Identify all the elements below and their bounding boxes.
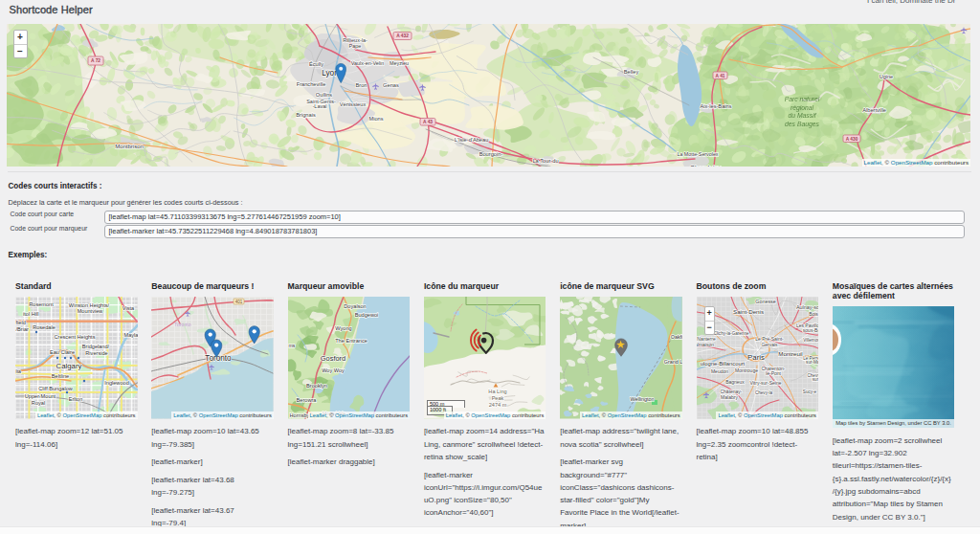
svg-text:Oakfi: Oakfi [671, 334, 682, 340]
svg-text:Meyzieu: Meyzieu [390, 60, 409, 66]
svg-text:Saint-Denis: Saint-Denis [733, 308, 764, 315]
svg-text:Sucy-e: Sucy-e [802, 389, 816, 394]
svg-text:des Bauges: des Bauges [785, 121, 820, 128]
svg-text:Bourgoin-: Bourgoin- [479, 151, 503, 157]
svg-text:Ugine: Ugine [880, 74, 893, 79]
svg-text:Bagneux: Bagneux [725, 379, 745, 385]
svg-text:Écully: Écully [309, 61, 323, 67]
svg-text:Calgary: Calgary [56, 362, 82, 370]
svg-text:Oullins: Oullins [316, 92, 333, 98]
svg-text:Montreuil: Montreuil [778, 350, 802, 357]
svg-text:Montbrison: Montbrison [115, 144, 144, 149]
svg-text:Bois: Bois [809, 311, 818, 317]
svg-text:Bron: Bron [355, 82, 367, 88]
svg-text:le-Pont: le-Pont [766, 370, 781, 376]
svg-text:Vénissieux: Vénissieux [340, 101, 367, 107]
svg-text:Beltline: Beltline [52, 373, 69, 379]
svg-text:Gonesse: Gonesse [755, 299, 776, 304]
svg-text:Clichy-la-Garenne: Clichy-la-Garenne [713, 331, 748, 336]
svg-text:Erlton: Erlton [69, 396, 83, 402]
svg-text:Francheville: Francheville [297, 81, 326, 87]
svg-text:régional: régional [791, 104, 814, 112]
svg-text:Wyong: Wyong [335, 325, 351, 331]
svg-text:Paris: Paris [747, 353, 765, 362]
svg-text:ms: ms [288, 343, 295, 348]
svg-text:The Entrance: The Entrance [335, 338, 368, 344]
svg-text:Belley: Belley [624, 69, 639, 75]
svg-text:Rosedale: Rosedale [33, 324, 56, 330]
svg-text:lta: lta [16, 368, 22, 374]
svg-text:Woy Woy: Woy Woy [322, 367, 345, 373]
svg-text:401: 401 [235, 300, 243, 304]
svg-text:sous-Bo: sous-Bo [802, 327, 818, 333]
svg-text:Aix-les-Bains: Aix-les-Bains [700, 103, 731, 109]
svg-text:Mayla: Mayla [124, 332, 138, 338]
svg-text:Budgewoi: Budgewoi [354, 312, 378, 318]
svg-text:sur-Mar: sur-Mar [806, 360, 818, 365]
svg-text:A 72: A 72 [91, 58, 100, 63]
svg-text:A 432: A 432 [396, 33, 409, 38]
svg-text:Peak: Peak [492, 395, 504, 401]
svg-text:Aulnay-so: Aulnay-so [796, 304, 818, 310]
svg-text:Chevy-la: Chevy-la [754, 390, 772, 395]
svg-text:Vista: Vista [122, 305, 135, 311]
svg-text:Genas: Genas [383, 82, 399, 88]
svg-text:Berowra: Berowra [296, 397, 317, 403]
svg-text:Mountview: Mountview [78, 308, 104, 314]
svg-text:Cliff Bungalow: Cliff Bungalow [38, 386, 74, 391]
svg-text:Brignais: Brignais [296, 112, 316, 118]
svg-text:Crescent Heights: Crescent Heights [55, 334, 96, 340]
svg-text:Hornsby: Hornsby [289, 412, 309, 418]
svg-text:Inglewood: Inglewood [104, 380, 129, 386]
svg-text:L'Isle-d'Abeau: L'Isle-d'Abeau [455, 137, 489, 143]
svg-text:Toronto: Toronto [206, 354, 233, 363]
svg-text:Gervais: Gervais [761, 342, 778, 347]
svg-text:/Briar: /Briar [16, 326, 30, 332]
svg-text:Wellington: Wellington [631, 396, 655, 402]
svg-text:Mions: Mions [368, 116, 383, 122]
svg-text:Pape: Pape [349, 43, 362, 49]
svg-text:A 430: A 430 [846, 137, 858, 142]
svg-text:almaison: almaison [697, 342, 714, 347]
svg-text:La Tour-du: La Tour-du [532, 158, 558, 164]
svg-text:2474 m: 2474 m [489, 402, 507, 408]
svg-text:Bridgeland/: Bridgeland/ [82, 344, 110, 349]
svg-text:ulogne-Billancourt: ulogne-Billancourt [700, 361, 745, 367]
svg-text:Albertville: Albertville [862, 107, 886, 113]
svg-text:Rosemont: Rosemont [29, 301, 54, 307]
svg-text:sur: sur [812, 377, 818, 382]
svg-text:itol Hill: itol Hill [23, 311, 38, 317]
svg-text:A 43: A 43 [423, 120, 433, 124]
svg-text:Grand La: Grand La [664, 359, 682, 365]
svg-text:Toronto: Toronto [175, 322, 191, 327]
svg-text:Meudon: Meudon [710, 368, 727, 374]
svg-text:Ha Ling: Ha Ling [488, 389, 506, 394]
svg-text:-Laval: -Laval [313, 103, 327, 109]
svg-text:Villemon: Villemon [803, 338, 818, 343]
svg-text:Gosford: Gosford [320, 354, 345, 363]
svg-text:Eau Claire: Eau Claire [50, 349, 75, 355]
svg-text:Vaulx-en-Velin: Vaulx-en-Velin [351, 60, 384, 66]
svg-text:Vitry-sur-Seine: Vitry-sur-Seine [749, 380, 781, 386]
svg-text:Chambéry: Chambéry [690, 165, 722, 167]
svg-text:Doyalson: Doyalson [344, 303, 366, 309]
svg-text:La Motte-Servolex: La Motte-Servolex [678, 151, 719, 157]
svg-text:Upper Mount: Upper Mount [25, 393, 56, 399]
svg-text:A 41: A 41 [716, 74, 725, 78]
svg-text:Parc naturel: Parc naturel [785, 96, 820, 102]
svg-text:Malabry: Malabry [721, 394, 738, 400]
svg-text:Riverside: Riverside [85, 350, 107, 356]
svg-text:field: field [16, 320, 26, 325]
svg-text:Royal: Royal [32, 400, 45, 406]
svg-text:du Massif: du Massif [788, 112, 816, 119]
svg-text:Brooklyn: Brooklyn [306, 383, 327, 389]
svg-text:Montrouge: Montrouge [735, 367, 758, 373]
